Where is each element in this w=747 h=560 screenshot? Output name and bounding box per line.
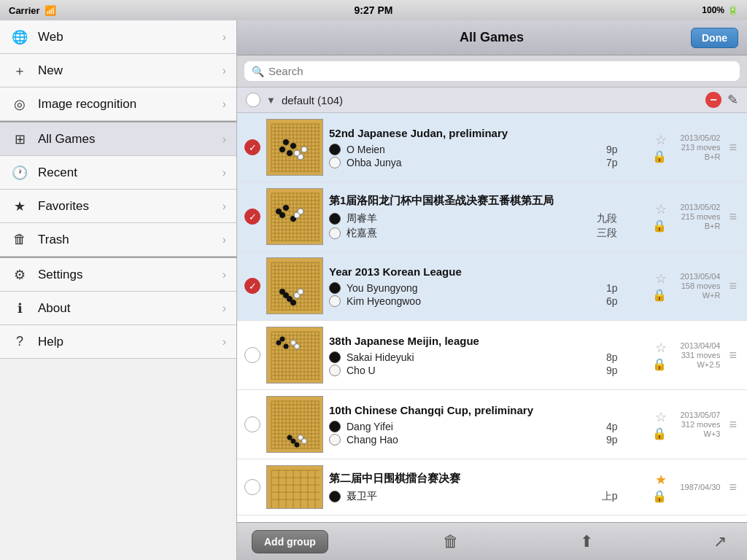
star-icon[interactable]: ☆ [655, 409, 667, 425]
sidebar-label-settings: Settings [38, 268, 222, 282]
status-left: Carrier 📶 [9, 5, 56, 16]
sidebar-label-new: New [38, 63, 222, 78]
lock-icon[interactable]: 🔒 [652, 219, 667, 233]
svg-point-35 [301, 147, 307, 152]
chevron-icon: › [222, 31, 226, 44]
game-menu-icon[interactable]: ≡ [726, 417, 740, 432]
table-row[interactable]: 52nd Japanese Judan, preliminary O Meien… [237, 113, 747, 182]
lock-icon[interactable]: 🔒 [652, 357, 667, 371]
sidebar-label-trash: Trash [38, 233, 222, 247]
board-thumbnail [266, 257, 323, 314]
group-edit-icon[interactable]: ✎ [727, 92, 738, 108]
black-player-rank: 4p [606, 421, 618, 432]
row-select-radio[interactable] [244, 139, 260, 155]
sidebar-label-about: About [38, 301, 222, 316]
svg-rect-71 [267, 258, 323, 314]
nav-title: All Games [460, 30, 524, 44]
favorites-icon: ★ [10, 198, 29, 214]
sidebar-item-trash[interactable]: 🗑 Trash › [0, 223, 236, 257]
white-player-rank: 6p [606, 295, 618, 307]
game-info: 第1届洛阳龙门杯中国棋圣战决赛五番棋第五局 周睿羊 九段 柁嘉熹 三段 [329, 194, 617, 240]
table-row[interactable]: 38th Japanese Meijin, league Sakai Hidey… [237, 321, 747, 390]
star-icon[interactable]: ★ [655, 472, 667, 488]
game-right-meta: 2013/05/04 158 moves W+R [673, 272, 720, 300]
white-stone [329, 365, 341, 376]
game-right-meta: 2013/05/07 312 moves W+3 [673, 411, 720, 438]
board-svg [267, 466, 323, 509]
game-result: B+R [705, 222, 721, 230]
table-row[interactable]: 第二届中日围棋擂台赛决赛 聂卫平 上p ★ 🔒 1987/04/30 ≡ [237, 459, 747, 516]
white-player-name: Kim Hyeongwoo [347, 295, 600, 307]
sidebar-item-new[interactable]: ＋ New › [0, 54, 236, 88]
black-stone [329, 491, 341, 502]
white-player-rank: 9p [606, 434, 618, 446]
delete-icon[interactable]: 🗑 [437, 529, 465, 554]
star-icon[interactable]: ☆ [655, 132, 667, 148]
sidebar-item-settings[interactable]: ⚙ Settings › [0, 258, 236, 292]
share-icon[interactable]: ↗ [708, 529, 732, 554]
chevron-icon: › [222, 166, 226, 179]
game-title: 10th Chinese Changqi Cup, preliminary [329, 404, 617, 416]
group-remove-button[interactable]: − [705, 92, 721, 108]
row-select-radio[interactable] [244, 347, 260, 363]
search-input[interactable] [268, 65, 732, 77]
board-thumbnail [266, 188, 323, 245]
star-icon[interactable]: ☆ [655, 201, 667, 217]
svg-point-66 [279, 212, 285, 218]
row-select-radio[interactable] [244, 479, 260, 495]
black-player-rank: 上p [602, 490, 618, 503]
sidebar-item-image-recognition[interactable]: ◎ Image recognition › [0, 88, 236, 121]
done-button[interactable]: Done [691, 28, 738, 48]
game-date: 2013/05/02 [680, 133, 720, 142]
add-group-button[interactable]: Add group [252, 530, 328, 553]
black-player-row: 周睿羊 九段 [329, 212, 617, 225]
white-player-row: Cho U 9p [329, 365, 617, 376]
black-player-rank: 9p [606, 144, 618, 155]
lock-icon[interactable]: 🔒 [652, 288, 667, 302]
game-right-meta: 2013/05/02 213 moves B+R [673, 133, 720, 161]
nav-bar: All Games Done [237, 20, 747, 55]
row-select-radio[interactable] [244, 209, 260, 225]
main-content: All Games Done 🔍 ▼ default (104) − ✎ [237, 20, 747, 560]
sidebar-item-about[interactable]: ℹ About › [0, 292, 236, 325]
star-icon[interactable]: ☆ [655, 271, 667, 287]
image-recognition-icon: ◎ [10, 96, 29, 112]
game-info: 第二届中日围棋擂台赛决赛 聂卫平 上p [329, 472, 617, 503]
game-menu-icon[interactable]: ≡ [726, 140, 740, 155]
export-icon[interactable]: ⬆ [574, 529, 599, 554]
lock-icon[interactable]: 🔒 [652, 427, 667, 440]
group-select-radio[interactable] [246, 93, 260, 107]
game-menu-icon[interactable]: ≡ [726, 209, 740, 225]
chevron-icon: › [222, 233, 226, 246]
sidebar-item-all-games[interactable]: ⊞ All Games › [0, 122, 236, 156]
lock-icon[interactable]: 🔒 [652, 149, 667, 163]
game-moves: 312 moves [681, 420, 721, 429]
game-moves: 215 moves [681, 212, 721, 221]
game-menu-icon[interactable]: ≡ [726, 480, 740, 495]
sidebar-item-help[interactable]: ? Help › [0, 325, 236, 359]
game-menu-icon[interactable]: ≡ [726, 348, 740, 363]
white-player-row: 柁嘉熹 三段 [329, 227, 617, 240]
black-player-row: 聂卫平 上p [329, 490, 617, 503]
black-stone [329, 213, 341, 225]
table-row[interactable]: 第1届洛阳龙门杯中国棋圣战决赛五番棋第五局 周睿羊 九段 柁嘉熹 三段 ☆ 🔒 [237, 182, 747, 252]
star-icon[interactable]: ☆ [655, 340, 667, 356]
game-result: W+R [703, 291, 721, 300]
row-select-radio[interactable] [244, 278, 260, 294]
search-input-wrap[interactable]: 🔍 [244, 61, 740, 81]
white-player-name: Ohba Junya [347, 157, 600, 168]
table-row[interactable]: Year 2013 Korean League You Byungyong 1p… [237, 252, 747, 321]
table-row[interactable]: 10th Chinese Changqi Cup, preliminary Da… [237, 390, 747, 459]
sidebar-item-web[interactable]: 🌐 Web › [0, 20, 236, 54]
board-svg [267, 120, 323, 176]
lock-icon[interactable]: 🔒 [652, 489, 667, 503]
sidebar-item-favorites[interactable]: ★ Favorites › [0, 190, 236, 223]
white-player-rank: 三段 [597, 227, 617, 240]
search-bar: 🔍 [237, 55, 747, 88]
game-right-meta: 1987/04/30 [673, 483, 720, 491]
status-bar: Carrier 📶 9:27 PM 100% 🔋 [0, 0, 747, 20]
web-icon: 🌐 [10, 29, 29, 45]
game-menu-icon[interactable]: ≡ [726, 279, 740, 294]
sidebar-item-recent[interactable]: 🕐 Recent › [0, 156, 236, 190]
row-select-radio[interactable] [244, 416, 260, 432]
